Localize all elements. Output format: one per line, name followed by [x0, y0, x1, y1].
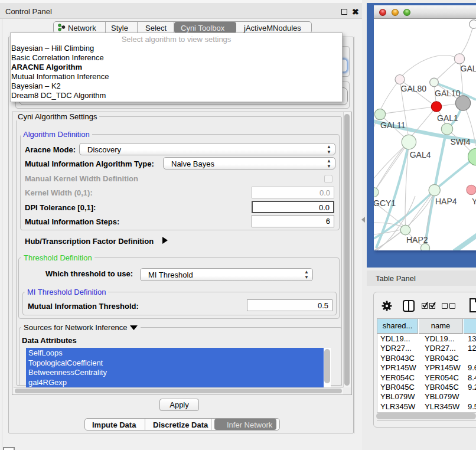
- svg-text:GAL: GAL: [461, 64, 476, 73]
- svg-text:GAL10: GAL10: [435, 89, 461, 98]
- svg-text:SWI4: SWI4: [450, 137, 470, 146]
- svg-text:HAP2: HAP2: [406, 235, 428, 244]
- svg-text:GCY1: GCY1: [374, 198, 396, 208]
- svg-text:GAL11: GAL11: [380, 120, 406, 130]
- svg-text:GAL4: GAL4: [410, 150, 431, 159]
- svg-text:Y: Y: [472, 197, 476, 206]
- svg-text:HAP4: HAP4: [435, 197, 457, 206]
- svg-text:GAL1: GAL1: [437, 113, 458, 123]
- svg-text:GAL80: GAL80: [401, 84, 427, 93]
